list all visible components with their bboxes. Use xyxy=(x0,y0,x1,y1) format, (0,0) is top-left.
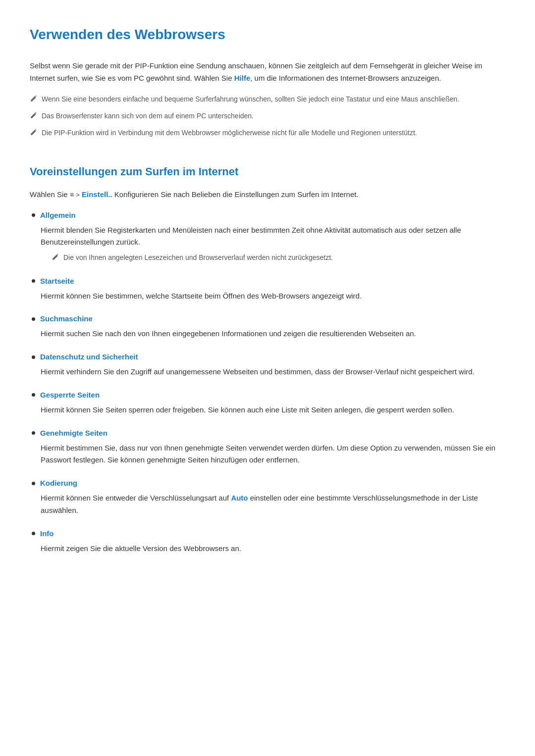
list-item: Gesperrte Seiten Hiermit können Sie Seit… xyxy=(30,389,505,416)
intro-text-after: , um die Informationen des Internet-Brow… xyxy=(250,74,441,82)
bullet-icon xyxy=(32,317,35,321)
list-item: Datenschutz und Sicherheit Hiermit verhi… xyxy=(30,351,505,378)
note-item: Wenn Sie eine besonders einfache und beq… xyxy=(30,94,505,106)
list-item: Startseite Hiermit können Sie bestimmen,… xyxy=(30,275,505,302)
section2-title: Voreinstellungen zum Surfen im Internet xyxy=(30,163,505,180)
bullet-icon xyxy=(32,279,35,283)
bullet-icon xyxy=(32,532,35,535)
bullet-icon xyxy=(32,213,35,217)
list-item: Kodierung Hiermit können Sie entweder di… xyxy=(30,477,505,517)
item-desc: Hiermit können Sie Seiten sperren oder f… xyxy=(41,404,505,416)
notes-list: Wenn Sie eine besonders einfache und beq… xyxy=(30,94,505,139)
menu-icon: ≡ xyxy=(70,191,74,199)
item-header: Allgemein xyxy=(30,209,505,221)
bullet-icon xyxy=(32,431,35,435)
item-title: Kodierung xyxy=(40,477,77,489)
intro-paragraph: Selbst wenn Sie gerade mit der PIP-Funkt… xyxy=(30,60,505,85)
list-item: Allgemein Hiermit blenden Sie Registerka… xyxy=(30,209,505,264)
sub-note: Die von Ihnen angelegten Lesezeichen und… xyxy=(52,252,505,264)
item-header: Startseite xyxy=(30,275,505,287)
chevron-right-icon: > xyxy=(76,191,80,199)
pencil-icon xyxy=(30,95,37,106)
item-header: Datenschutz und Sicherheit xyxy=(30,351,505,363)
item-title: Genehmigte Seiten xyxy=(40,427,107,439)
item-desc: Hiermit blenden Sie Registerkarten und M… xyxy=(41,224,505,264)
item-desc: Hiermit bestimmen Sie, dass nur von Ihne… xyxy=(41,442,505,467)
item-header: Suchmaschine xyxy=(30,313,505,325)
list-item: Genehmigte Seiten Hiermit bestimmen Sie,… xyxy=(30,427,505,467)
item-header: Kodierung xyxy=(30,477,505,489)
item-header: Genehmigte Seiten xyxy=(30,427,505,439)
note-item: Das Browserfenster kann sich von dem auf… xyxy=(30,111,505,123)
list-item: Info Hiermit zeigen Sie die aktuelle Ver… xyxy=(30,528,505,555)
item-desc: Hiermit können Sie entweder die Verschlü… xyxy=(41,492,505,517)
note-item: Die PIP-Funktion wird in Verbindung mit … xyxy=(30,128,505,140)
item-title: Info xyxy=(40,528,54,540)
item-title: Gesperrte Seiten xyxy=(40,389,100,401)
auto-link[interactable]: Auto xyxy=(231,494,248,502)
item-desc: Hiermit suchen Sie nach den von Ihnen ei… xyxy=(41,328,505,340)
item-header: Gesperrte Seiten xyxy=(30,389,505,401)
item-title: Suchmaschine xyxy=(40,313,93,325)
page-title: Verwenden des Webbrowsers xyxy=(30,24,505,46)
note-text: Die PIP-Funktion wird in Verbindung mit … xyxy=(42,128,417,139)
note-text: Das Browserfenster kann sich von dem auf… xyxy=(42,111,254,122)
bullet-icon xyxy=(32,393,35,397)
bullet-icon xyxy=(32,355,35,359)
note-text: Wenn Sie eine besonders einfache und beq… xyxy=(42,94,459,105)
item-title: Startseite xyxy=(40,275,74,287)
item-desc: Hiermit verhindern Sie den Zugriff auf u… xyxy=(41,366,505,378)
hilfe-link[interactable]: Hilfe xyxy=(234,74,251,82)
pencil-icon xyxy=(30,129,37,140)
pencil-icon xyxy=(30,112,37,123)
sub-note-text: Die von Ihnen angelegten Lesezeichen und… xyxy=(63,252,333,263)
bullet-icon xyxy=(32,482,35,485)
item-desc: Hiermit können Sie bestimmen, welche Sta… xyxy=(41,290,505,302)
item-title: Datenschutz und Sicherheit xyxy=(40,351,138,363)
einstell-link[interactable]: Einstell.. xyxy=(82,190,112,199)
settings-list: Allgemein Hiermit blenden Sie Registerka… xyxy=(30,209,505,555)
item-title: Allgemein xyxy=(40,209,76,221)
list-item: Suchmaschine Hiermit suchen Sie nach den… xyxy=(30,313,505,340)
item-header: Info xyxy=(30,528,505,540)
item-desc: Hiermit zeigen Sie die aktuelle Version … xyxy=(41,543,505,555)
section2-intro: Wählen Sie ≡ > Einstell.. Konfigurieren … xyxy=(30,189,505,201)
pencil-icon xyxy=(52,253,58,264)
